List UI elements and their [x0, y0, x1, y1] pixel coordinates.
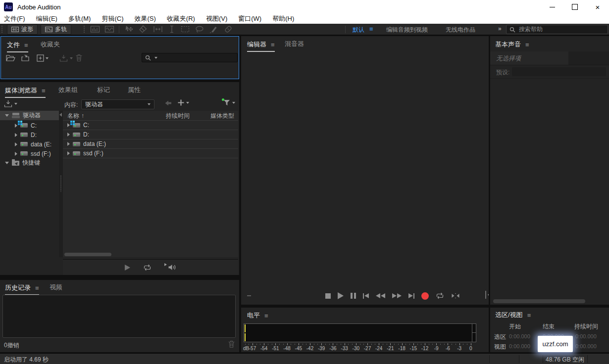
back-arrow-icon[interactable] [164, 100, 172, 106]
files-search-input[interactable] [142, 53, 238, 62]
skip-to-start-button[interactable] [363, 293, 369, 299]
menu-clip[interactable]: 剪辑(C) [102, 14, 123, 23]
trash-icon[interactable] [75, 54, 83, 62]
razor-tool-icon[interactable] [138, 25, 148, 34]
column-header-name[interactable]: 名称 ↑ [67, 111, 84, 121]
new-file-icon[interactable] [37, 54, 44, 62]
chevron-down-icon[interactable] [5, 114, 9, 117]
menu-help[interactable]: 帮助(H) [272, 14, 294, 23]
fast-forward-button[interactable] [392, 293, 402, 298]
spectral-display-icon[interactable] [90, 25, 100, 34]
loop-playback-button[interactable] [436, 292, 444, 299]
preview-play-icon[interactable] [125, 265, 130, 271]
waveform-display-icon[interactable] [104, 25, 114, 34]
tree-item-shortcuts[interactable]: 快捷键 [0, 158, 59, 168]
table-row-c-drive[interactable]: C: [63, 121, 238, 130]
search-options-caret[interactable] [154, 57, 157, 59]
tree-item-e-drive[interactable]: data (E: [0, 139, 59, 149]
move-playhead-button[interactable] [484, 290, 489, 300]
collapse-tree-icon[interactable] [59, 113, 62, 117]
tab-history[interactable]: 历史记录 [5, 283, 39, 295]
chevron-right-icon[interactable] [15, 124, 17, 128]
multitrack-view-button[interactable]: 多轨 [41, 24, 71, 35]
lasso-selection-icon[interactable] [195, 25, 204, 34]
menu-multitrack[interactable]: 多轨(M) [68, 14, 91, 23]
view-duration-value[interactable]: 0:00.000 [575, 343, 597, 349]
selection-duration-value[interactable]: 0:00.000 [575, 333, 597, 339]
history-list[interactable] [2, 295, 236, 338]
panel-menu-icon[interactable] [525, 42, 529, 48]
move-tool-icon[interactable] [124, 25, 134, 34]
rewind-button[interactable] [376, 293, 385, 298]
horizontal-scrollbar[interactable] [493, 299, 585, 303]
tab-properties[interactable]: 属性 [128, 86, 141, 94]
panel-menu-icon[interactable] [35, 285, 39, 291]
add-shortcut-caret[interactable] [186, 102, 189, 104]
maximize-button[interactable] [563, 0, 586, 14]
tree-table-splitter[interactable] [59, 111, 63, 257]
add-shortcut-icon[interactable] [177, 99, 185, 106]
help-search-input[interactable]: 搜索帮助 [506, 25, 608, 34]
tree-item-f-drive[interactable]: ssd (F:) [0, 149, 59, 158]
menu-effects[interactable]: 效果(S) [135, 14, 156, 23]
tab-effects-rack[interactable]: 效果组 [58, 86, 78, 94]
panel-menu-icon[interactable] [527, 312, 531, 318]
tab-media-browser[interactable]: 媒体浏览器 [5, 86, 46, 98]
import-folder-icon[interactable] [21, 54, 31, 62]
new-file-dropdown-caret[interactable] [46, 57, 49, 59]
tree-item-d-drive[interactable]: D: [0, 130, 59, 139]
loop-playback-icon[interactable] [143, 264, 152, 271]
paintbrush-icon[interactable] [209, 25, 219, 34]
column-header-duration[interactable]: 持续时间 [166, 111, 190, 121]
workspace-tab-edit-audio-to-video[interactable]: 编辑音频到视频 [386, 26, 428, 34]
play-button[interactable] [338, 292, 344, 299]
toolbar-grip[interactable] [83, 25, 85, 34]
filter-caret[interactable] [232, 102, 235, 104]
view-start-value[interactable]: 0:00.000 [509, 343, 530, 349]
tab-files[interactable]: 文件 [7, 41, 28, 52]
import-file-dropdown-caret[interactable] [70, 57, 73, 59]
column-header-media-type[interactable]: 媒体类型 [210, 111, 234, 121]
skip-selection-button[interactable] [451, 293, 460, 299]
workspace-tab-default[interactable]: 默认 [353, 26, 364, 34]
tree-item-c-drive[interactable]: C: [0, 121, 59, 130]
chevron-right-icon[interactable] [15, 152, 17, 156]
waveform-view-button[interactable]: 波形 [7, 24, 38, 35]
tab-video[interactable]: 视频 [50, 283, 62, 292]
menu-window[interactable]: 窗口(W) [238, 14, 261, 23]
marquee-selection-icon[interactable] [180, 25, 190, 34]
clear-history-trash-icon[interactable] [228, 340, 235, 348]
chevron-right-icon[interactable] [15, 133, 17, 137]
chevron-right-icon[interactable] [67, 151, 70, 155]
auto-play-speaker-icon[interactable] [164, 264, 176, 271]
tree-item-drives[interactable]: 驱动器 [0, 111, 59, 120]
table-row-d-drive[interactable]: D: [63, 130, 238, 139]
content-dropdown[interactable]: 驱动器 [81, 99, 154, 109]
menu-view[interactable]: 视图(V) [206, 14, 227, 23]
chevron-right-icon[interactable] [15, 142, 17, 146]
import-media-icon[interactable] [4, 100, 12, 107]
workspace-tab-radio-production[interactable]: 无线电作品 [446, 26, 475, 34]
menu-edit[interactable]: 编辑(E) [36, 14, 57, 23]
chevron-right-icon[interactable] [67, 142, 70, 146]
table-row-e-drive[interactable]: data (E:) [63, 139, 238, 149]
selection-start-value[interactable]: 0:00.000 [509, 333, 530, 339]
close-button[interactable]: × [586, 0, 609, 14]
panel-menu-icon[interactable] [264, 313, 268, 319]
chevron-down-icon[interactable] [5, 162, 9, 164]
workspace-menu-icon[interactable] [369, 26, 373, 32]
slip-tool-icon[interactable] [152, 25, 163, 34]
record-button[interactable] [421, 292, 429, 300]
zoom-bar-handle[interactable] [247, 295, 251, 296]
panel-menu-icon[interactable] [24, 42, 28, 48]
pause-button[interactable] [351, 293, 356, 299]
import-media-caret[interactable] [14, 103, 17, 105]
minimize-button[interactable] [541, 0, 563, 14]
preset-dropdown[interactable] [512, 67, 606, 76]
table-row-f-drive[interactable]: ssd (F:) [63, 149, 238, 158]
tab-markers[interactable]: 标记 [97, 86, 110, 94]
open-folder-icon[interactable] [6, 54, 15, 62]
chevron-right-icon[interactable] [67, 123, 70, 127]
tab-favorites[interactable]: 收藏夹 [41, 40, 60, 49]
workspace-overflow-chevron[interactable]: » [498, 25, 502, 32]
